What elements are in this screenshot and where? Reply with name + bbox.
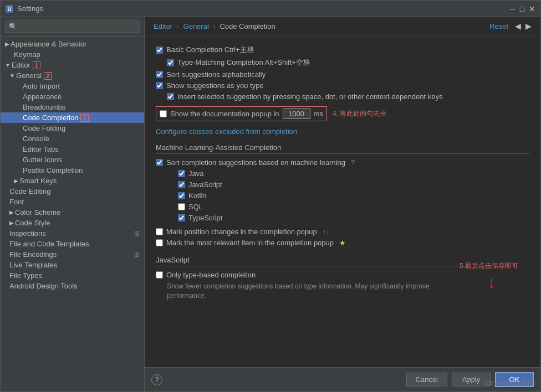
show-doc-popup-checkbox[interactable] [160,110,167,117]
basic-completion-checkbox[interactable] [156,47,163,54]
sidebar-item-code-completion[interactable]: Code Completion 3 [1,112,144,123]
doc-popup-value-input[interactable] [283,109,310,119]
sidebar-item-console[interactable]: Console [1,133,144,144]
annotation-4: 4. 将此处的勾去掉 [333,109,386,118]
sidebar-item-editor[interactable]: ▼ Editor 1 [1,60,144,70]
mark-relevant-checkbox[interactable] [156,239,163,246]
maximize-button[interactable]: □ [518,5,526,13]
content-body: Basic Completion Ctrl+主格 Type-Matching C… [145,35,540,367]
sidebar-item-code-style[interactable]: ▶ Code Style [1,218,144,228]
window-controls: ─ □ ✕ [508,5,536,13]
sidebar-label: Auto Import [23,82,60,90]
sidebar-item-postfix-completion[interactable]: Postfix Completion [1,165,144,176]
ml-sql-row: SQL [178,203,529,211]
show-doc-popup-label: Show the documentation popup in [170,110,279,118]
back-button[interactable]: ◀ [515,22,521,30]
sidebar-label: Code Folding [23,124,65,132]
type-matching-row: Type-Matching Completion Alt+Shift+空格 [167,58,529,68]
annotation-5: 5.最后点击保存即可 [460,261,518,271]
ml-sql-checkbox[interactable] [178,203,185,210]
insert-selected-checkbox[interactable] [167,93,174,100]
help-button[interactable]: ? [151,374,162,385]
expand-arrow: ▶ [9,220,14,226]
search-bar [1,17,144,37]
js-description: Show fewer completion suggestions based … [167,282,460,301]
settings-window: U Settings ─ □ ✕ ▶ Appearance & Behavior [0,0,541,392]
breadcrumb-sep-1: › [177,22,181,30]
breadcrumb-editor[interactable]: Editor [154,22,172,30]
sidebar-item-keymap[interactable]: Keymap [1,49,144,60]
sidebar-label: Code Completion [23,114,78,122]
watermark: CSDN-@源远流长↑ [484,379,537,388]
main-content: Editor › General › Code Completion Reset… [145,17,540,391]
sidebar-item-file-code-templates[interactable]: File and Code Templates [1,239,144,249]
ml-sort-row: Sort completion suggestions based on mac… [156,158,529,167]
sidebar-item-live-templates[interactable]: Live Templates [1,260,144,270]
breadcrumb-general[interactable]: General [183,22,209,30]
sidebar-item-file-types[interactable]: File Types [1,270,144,281]
sidebar-item-appearance[interactable]: Appearance [1,91,144,102]
basic-completion-row: Basic Completion Ctrl+主格 [156,45,529,55]
app-icon: U [5,4,14,13]
ml-typescript-label: TypeScript [188,214,222,222]
ml-javascript-checkbox[interactable] [178,181,185,188]
sidebar-label: Editor Tabs [23,145,59,153]
show-suggestions-checkbox[interactable] [156,82,163,89]
sidebar-label: Smart Keys [19,177,57,185]
sidebar-item-smart-keys[interactable]: ▶ Smart Keys [1,176,144,186]
annotation-1: 1 [33,61,40,69]
mark-position-checkbox[interactable] [156,228,163,235]
cancel-button[interactable]: Cancel [406,373,447,386]
sidebar-label: Breadcrumbs [23,103,65,111]
sidebar-item-file-encodings[interactable]: File Encodings ⊞ [1,249,144,260]
sidebar-item-code-editing[interactable]: Code Editing [1,186,144,197]
sidebar-label: Appearance [23,92,62,101]
ml-javascript-label: JavaScript [188,180,222,189]
forward-button[interactable]: ▶ [525,22,532,30]
ml-kotlin-row: Kotlin [178,192,529,200]
ml-java-checkbox[interactable] [178,170,185,177]
sidebar-label: Keymap [14,50,40,59]
ml-sort-label: Sort completion suggestions based on mac… [166,158,345,167]
sidebar-item-auto-import[interactable]: Auto Import [1,81,144,91]
ml-typescript-checkbox[interactable] [178,214,185,221]
ml-kotlin-label: Kotlin [188,192,207,200]
ml-help-icon[interactable]: ? [351,158,355,167]
sidebar-item-font[interactable]: Font [1,197,144,207]
header-nav: ◀ ▶ [515,22,532,30]
show-suggestions-row: Show suggestions as you type [156,81,529,90]
type-matching-checkbox[interactable] [167,59,174,66]
sidebar-item-editor-tabs[interactable]: Editor Tabs [1,144,144,154]
js-only-type-checkbox[interactable] [156,271,163,278]
mark-relevant-icon: ★ [339,239,346,247]
sidebar-item-code-folding[interactable]: Code Folding [1,123,144,133]
sidebar-item-android-design-tools[interactable]: Android Design Tools [1,281,144,291]
file-encodings-badge: ⊞ [134,251,140,259]
bottom-left: ? [151,374,162,385]
sidebar-item-inspections[interactable]: Inspections ⊞ [1,228,144,239]
close-button[interactable]: ✕ [528,5,536,13]
sidebar-label: Editor [12,61,30,69]
ml-kotlin-checkbox[interactable] [178,192,185,199]
minimize-button[interactable]: ─ [508,5,516,13]
sidebar-item-general[interactable]: ▼ General 2 [1,70,144,81]
search-input[interactable] [5,20,140,33]
sidebar-item-color-scheme[interactable]: ▶ Color Scheme [1,207,144,218]
configure-classes-link[interactable]: Configure classes excluded from completi… [156,127,529,136]
sort-alphabetically-checkbox[interactable] [156,71,163,78]
basic-completion-label: Basic Completion Ctrl+主格 [166,45,254,55]
sidebar-item-appearance-behavior[interactable]: ▶ Appearance & Behavior [1,39,144,49]
mark-position-row: Mark position changes in the completion … [156,228,529,236]
mark-relevant-row: Mark the most relevant item in the compl… [156,239,529,247]
down-arrow-icon: ↓ [487,273,496,291]
expand-arrow: ▶ [14,178,18,184]
sidebar-item-breadcrumbs[interactable]: Breadcrumbs [1,102,144,112]
sidebar-label: File Encodings [9,250,57,259]
sidebar-label: Code Editing [9,187,50,195]
ml-sort-checkbox[interactable] [156,159,163,166]
inspections-badge: ⊞ [134,230,140,238]
js-section: JavaScript Only type-based completion Sh… [156,256,529,301]
reset-button[interactable]: Reset [489,22,508,30]
sidebar-label: Postfix Completion [23,166,83,174]
sidebar-item-gutter-icons[interactable]: Gutter Icons [1,154,144,165]
